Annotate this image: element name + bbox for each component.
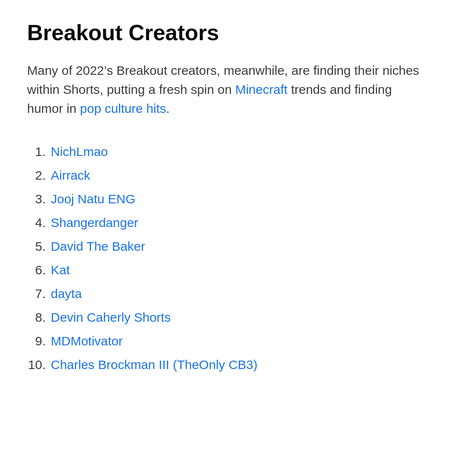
creator-link[interactable]: Devin Caherly Shorts [51, 307, 171, 328]
list-number: 9. [27, 331, 51, 351]
page-title: Breakout Creators [27, 20, 430, 46]
list-number: 4. [27, 213, 51, 233]
list-number: 3. [27, 189, 51, 209]
list-item: 6.Kat [27, 260, 430, 280]
list-number: 5. [27, 236, 51, 257]
list-item: 7.dayta [27, 284, 430, 304]
list-number: 7. [27, 284, 51, 304]
list-item: 1.NichLmao [27, 142, 430, 162]
creator-link[interactable]: MDMotivator [51, 331, 123, 351]
creator-link[interactable]: Airrack [51, 165, 90, 186]
list-item: 2.Airrack [27, 165, 430, 186]
list-number: 6. [27, 260, 51, 280]
list-number: 2. [27, 165, 51, 186]
pop-culture-link[interactable]: pop culture hits [80, 101, 166, 115]
list-item: 8.Devin Caherly Shorts [27, 307, 430, 328]
creator-link[interactable]: Shangerdanger [51, 213, 138, 233]
minecraft-link[interactable]: Minecraft [235, 82, 287, 96]
creator-link[interactable]: Kat [51, 260, 70, 280]
creator-link[interactable]: NichLmao [51, 142, 108, 162]
list-item: 9.MDMotivator [27, 331, 430, 351]
creator-link[interactable]: dayta [51, 284, 82, 304]
creator-link[interactable]: Jooj Natu ENG [51, 189, 135, 209]
creator-link[interactable]: David The Baker [51, 236, 145, 257]
description-text-after: . [166, 101, 170, 115]
list-item: 3.Jooj Natu ENG [27, 189, 430, 209]
creators-list: 1.NichLmao2.Airrack3.Jooj Natu ENG4.Shan… [27, 142, 430, 375]
list-item: 5.David The Baker [27, 236, 430, 257]
creator-link[interactable]: Charles Brockman III (TheOnly CB3) [51, 355, 257, 375]
description-paragraph: Many of 2022’s Breakout creators, meanwh… [27, 61, 430, 118]
list-number: 1. [27, 142, 51, 162]
list-item: 10.Charles Brockman III (TheOnly CB3) [27, 355, 430, 375]
list-number: 8. [27, 307, 51, 328]
list-item: 4.Shangerdanger [27, 213, 430, 233]
list-number: 10. [27, 355, 51, 375]
